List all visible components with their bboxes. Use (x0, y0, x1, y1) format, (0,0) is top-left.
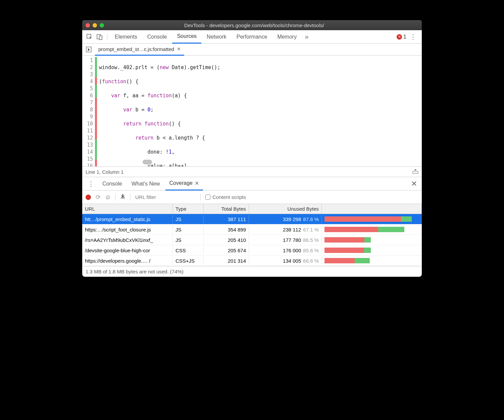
devtools-window: DevTools - developers.google.com/web/too… (82, 20, 422, 277)
cell-total: 201 314 (204, 257, 249, 265)
tab-performance[interactable]: Performance (232, 30, 272, 44)
cell-url: htt…/prompt_embed_static.js (82, 215, 173, 223)
cell-type: CSS (173, 246, 204, 255)
statusbar: Line 1, Column 1 (82, 166, 422, 177)
close-tab-icon[interactable]: ✕ (195, 180, 199, 187)
record-button[interactable] (86, 195, 91, 200)
cell-unused: 238 11267.1 % (249, 225, 322, 234)
drawer-tab-whatsnew[interactable]: What's New (128, 177, 164, 191)
cell-url: /devsite-google-blue-high-cor (82, 246, 173, 255)
separator (200, 194, 201, 201)
cell-unused: 339 29887.6 % (249, 215, 322, 223)
content-scripts-checkbox[interactable]: Content scripts (205, 194, 246, 200)
svg-rect-2 (99, 36, 102, 40)
cell-total: 205 674 (204, 246, 249, 255)
cell-total: 387 111 (204, 215, 249, 223)
reload-icon[interactable]: ⟳ (96, 194, 101, 201)
url-filter-input[interactable] (135, 194, 196, 200)
drawer-tab-coverage[interactable]: Coverage ✕ (165, 177, 203, 191)
drawer-menu-icon[interactable]: ⋮ (85, 180, 97, 188)
file-tabbar: prompt_embed_st…c.js:formatted ✕ (82, 44, 422, 56)
error-icon: ✕ (397, 34, 402, 40)
col-bar (322, 204, 422, 214)
cell-total: 205 410 (204, 236, 249, 244)
show-navigator-icon[interactable] (84, 47, 94, 53)
error-count: 1 (403, 34, 406, 40)
col-url[interactable]: URL (82, 204, 173, 214)
file-tab-label: prompt_embed_st…c.js:formatted (98, 46, 174, 52)
line-numbers: 12345678910111213141516 (82, 56, 95, 166)
separator (115, 194, 115, 201)
cell-bar (322, 215, 422, 223)
cell-url: https://developers.google.… / (82, 257, 173, 265)
content-scripts-label: Content scripts (212, 194, 246, 200)
coverage-row[interactable]: /devsite-google-blue-high-corCSS205 6741… (82, 245, 422, 256)
cursor-position: Line 1, Column 1 (86, 169, 123, 175)
minimize-window-icon[interactable] (93, 23, 97, 28)
coverage-row[interactable]: https:…/script_foot_closure.jsJS354 8992… (82, 224, 422, 235)
col-unused[interactable]: Unused Bytes (249, 204, 322, 214)
cell-url: https:…/script_foot_closure.js (82, 225, 173, 234)
drawer-tabs: ⋮ Console What's New Coverage ✕ ✕ (82, 177, 422, 191)
cell-type: JS (173, 225, 204, 234)
tab-sources[interactable]: Sources (172, 30, 201, 44)
cell-unused: 134 00566.6 % (249, 257, 322, 265)
device-toggle-icon[interactable] (95, 32, 104, 42)
close-drawer-icon[interactable]: ✕ (409, 179, 419, 188)
gutter: 12345678910111213141516 (82, 56, 97, 166)
code-text: window._402.prlt = (new Date).getTime();… (97, 56, 422, 166)
coverage-row[interactable]: https://developers.google.… /CSS+JS201 3… (82, 256, 422, 266)
inspect-icon[interactable] (85, 32, 94, 42)
coverage-row[interactable]: htt…/prompt_embed_static.jsJS387 111339 … (82, 214, 422, 224)
window-title: DevTools - developers.google.com/web/too… (107, 22, 418, 28)
col-total[interactable]: Total Bytes (204, 204, 249, 214)
cell-url: /rs=AA2YrTsM9ubCxVKl1inxf_ (82, 236, 173, 244)
coverage-table-header[interactable]: URL Type Total Bytes Unused Bytes (82, 204, 422, 214)
coverage-summary: 1.3 MB of 1.8 MB bytes are not used. (74… (82, 266, 422, 277)
col-type[interactable]: Type (173, 204, 204, 214)
clear-icon[interactable]: ⊘ (105, 194, 110, 201)
cell-unused: 176 00085.6 % (249, 246, 322, 255)
toggle-drawer-icon[interactable] (412, 169, 418, 175)
traffic-lights (86, 23, 104, 28)
cell-bar (322, 225, 422, 233)
svg-rect-4 (413, 171, 418, 173)
coverage-toolbar: ⟳ ⊘ Content scripts (82, 191, 422, 204)
toolbar-separator (107, 34, 107, 40)
tab-console[interactable]: Console (143, 30, 172, 44)
cell-type: JS (173, 215, 204, 223)
cell-unused: 177 78086.5 % (249, 236, 322, 244)
tab-memory[interactable]: Memory (272, 30, 301, 44)
cell-bar (322, 257, 422, 265)
file-tab-active[interactable]: prompt_embed_st…c.js:formatted ✕ (95, 44, 184, 56)
tab-network[interactable]: Network (202, 30, 231, 44)
drawer-tab-label: Coverage (169, 180, 193, 186)
cell-bar (322, 246, 422, 254)
cell-type: CSS+JS (173, 257, 204, 265)
cell-total: 354 899 (204, 225, 249, 234)
maximize-window-icon[interactable] (100, 23, 104, 28)
content-scripts-input[interactable] (205, 195, 210, 200)
close-window-icon[interactable] (86, 23, 90, 28)
close-tab-icon[interactable]: ✕ (177, 46, 181, 52)
coverage-row[interactable]: /rs=AA2YrTsM9ubCxVKl1inxf_JS205 410177 7… (82, 235, 422, 245)
coverage-table: URL Type Total Bytes Unused Bytes htt…/p… (82, 204, 422, 266)
drawer-tab-console[interactable]: Console (98, 177, 126, 191)
separator (130, 194, 131, 201)
export-icon[interactable] (120, 194, 125, 201)
cell-bar (322, 236, 422, 244)
settings-menu-icon[interactable]: ⋮ (407, 33, 419, 41)
cell-type: JS (173, 236, 204, 244)
tab-elements[interactable]: Elements (110, 30, 142, 44)
horizontal-scrollbar[interactable] (143, 160, 152, 164)
code-editor[interactable]: 12345678910111213141516 window._402.prlt… (82, 56, 422, 166)
more-tabs-icon[interactable]: » (302, 32, 311, 42)
error-badge[interactable]: ✕ 1 (397, 34, 406, 40)
main-toolbar: Elements Console Sources Network Perform… (82, 30, 422, 44)
titlebar: DevTools - developers.google.com/web/too… (82, 20, 422, 30)
